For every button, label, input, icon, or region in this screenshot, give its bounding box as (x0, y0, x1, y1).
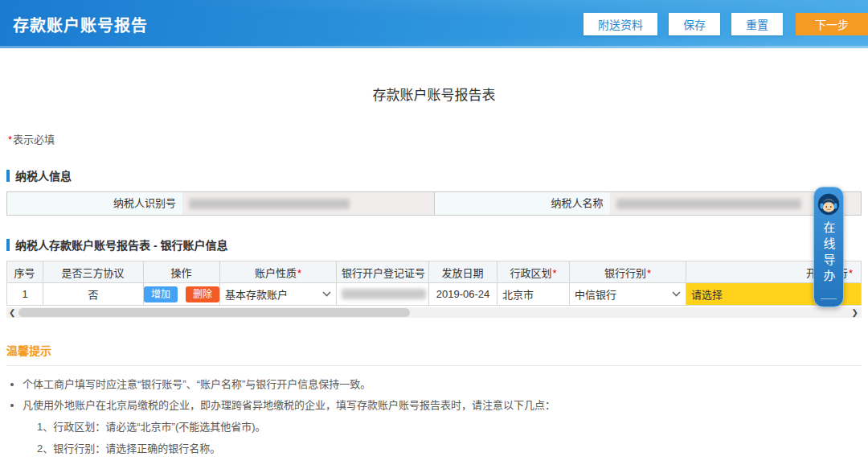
tip-sub-item: 3、开户银行：请在输入栏次填写，“跨省”两个字，系统带出所有“跨省”字样的网点名… (37, 459, 868, 465)
add-row-button[interactable]: 增加 (144, 286, 178, 302)
redacted-reg-cert (342, 289, 426, 299)
next-step-button[interactable]: 下一步 (796, 13, 868, 35)
col-header-region: 行政区划* (497, 261, 570, 283)
tip-sub-item: 1、行政区划：请必选“北京市”(不能选其他省市)。 (37, 416, 868, 438)
col-header-bank-type: 银行行别* (570, 261, 686, 283)
required-mark: * (552, 267, 556, 279)
taxpayer-id-cell: 纳税人识别号 (7, 192, 434, 215)
taxpayer-id-value (182, 192, 434, 215)
form-title: 存款账户账号报告表 (0, 84, 868, 104)
taxpayer-name-label: 纳税人名称 (435, 192, 610, 215)
section-accent-bar (6, 239, 10, 251)
chevron-down-icon (672, 291, 681, 297)
col-header-label: 行政区划 (510, 267, 551, 279)
taxpayer-name-cell: 纳税人名称 (434, 192, 862, 215)
col-header-label: 发放日期 (441, 267, 483, 279)
cell-third-party: 否 (43, 283, 144, 306)
header-actions: 附送资料 保存 重置 下一步 (583, 13, 868, 35)
bank-type-select-value[interactable]: 中信银行 (575, 286, 616, 302)
account-nature-select-value[interactable]: 基本存款账户 (225, 286, 288, 302)
cell-reg-cert (337, 283, 429, 306)
taxpayer-section-title-text: 纳税人信息 (15, 167, 72, 183)
col-header-label: 序号 (14, 267, 35, 279)
tip-sub-item: 2、银行行别：请选择正确的银行名称。 (37, 438, 868, 459)
reset-button[interactable]: 重置 (731, 13, 783, 35)
table-header-row: 序号 是否三方协议 操作 账户性质* 银行开户登记证号 发放日期 行政区划* 银… (7, 261, 862, 283)
tips-section: 温馨提示 个体工商户填写时应注意“银行账号”、“账户名称”与银行开户信息保持一致… (0, 342, 868, 465)
online-guide-avatar-icon (817, 193, 840, 216)
cell-bank-type[interactable]: 中信银行 (570, 283, 686, 306)
required-note-text: 表示必填 (13, 134, 55, 146)
cell-account-nature[interactable]: 基本存款账户 (220, 283, 337, 306)
col-header-third-party: 是否三方协议 (43, 261, 144, 283)
scroll-right-icon[interactable]: ❯ (852, 307, 858, 318)
required-mark: * (297, 267, 301, 279)
tips-divider (6, 365, 862, 366)
section-accent-bar (6, 170, 10, 182)
online-guide-divider (821, 298, 837, 299)
table-row: 1 否 增加 删除 基本存款账户 (7, 283, 862, 306)
col-header-label: 银行行别 (604, 267, 646, 279)
cell-operation: 增加 删除 (144, 283, 220, 306)
cell-region[interactable]: 北京市 (497, 283, 570, 306)
main-content: 存款账户账号报告表 *表示必填 纳税人信息 纳税人识别号 纳税人名称 (0, 84, 868, 465)
scroll-left-icon[interactable]: ❮ (9, 307, 15, 318)
scrollbar-thumb[interactable] (18, 308, 410, 317)
col-header-label: 是否三方协议 (61, 267, 124, 279)
taxpayer-id-label: 纳税人识别号 (7, 192, 182, 215)
cell-issue-date: 2019-06-24 (429, 283, 497, 306)
col-header-operation: 操作 (144, 261, 220, 283)
bank-account-section: 纳税人存款账户账号报告表 - 银行账户信息 序号 是否三方协议 操作 账户性质*… (0, 237, 868, 318)
col-header-seq: 序号 (7, 261, 43, 283)
horizontal-scrollbar[interactable]: ❮ ❯ (6, 307, 862, 318)
bank-section-title-text: 纳税人存款账户账号报告表 - 银行账户信息 (15, 237, 227, 253)
save-button[interactable]: 保存 (669, 13, 720, 35)
required-mark: * (647, 267, 651, 279)
chevron-down-icon (322, 291, 331, 297)
tips-list: 个体工商户填写时应注意“银行账号”、“账户名称”与银行开户信息保持一致。 凡使用… (6, 374, 862, 416)
taxpayer-info-section: 纳税人信息 纳税人识别号 纳税人名称 (0, 167, 868, 216)
taxpayer-info-row: 纳税人识别号 纳税人名称 (6, 191, 862, 216)
required-field-note: *表示必填 (8, 131, 868, 146)
bank-section-title: 纳税人存款账户账号报告表 - 银行账户信息 (6, 237, 868, 253)
attach-materials-button[interactable]: 附送资料 (583, 13, 657, 35)
col-header-reg-cert: 银行开户登记证号 (337, 261, 429, 283)
required-asterisk: * (8, 134, 12, 146)
col-header-account-nature: 账户性质* (220, 261, 337, 283)
col-header-label: 银行开户登记证号 (342, 267, 425, 279)
taxpayer-section-title: 纳税人信息 (6, 167, 868, 183)
delete-row-button[interactable]: 删除 (186, 286, 219, 302)
tip-item: 凡使用外地账户在北京局缴税的企业，即办理跨省异地缴税的企业，填写存款账户账号报告… (23, 395, 862, 416)
online-guide-label: 在线导办 (823, 221, 835, 286)
col-header-issue-date: 发放日期 (429, 261, 497, 283)
redacted-taxpayer-id (189, 199, 350, 209)
page-header: 存款账户账号报告 附送资料 保存 重置 下一步 (0, 0, 868, 48)
tip-item: 个体工商户填写时应注意“银行账号”、“账户名称”与银行开户信息保持一致。 (23, 374, 862, 395)
col-header-label: 账户性质 (255, 267, 297, 279)
bank-account-table: 序号 是否三方协议 操作 账户性质* 银行开户登记证号 发放日期 行政区划* 银… (6, 261, 862, 306)
col-header-label: 操作 (170, 267, 191, 279)
cell-seq: 1 (7, 283, 43, 306)
required-mark: * (849, 267, 853, 279)
redacted-taxpayer-name (616, 199, 801, 209)
page-title: 存款账户账号报告 (13, 13, 148, 36)
tips-title: 温馨提示 (6, 342, 862, 358)
online-guide-widget[interactable]: 在线导办 (813, 187, 844, 307)
